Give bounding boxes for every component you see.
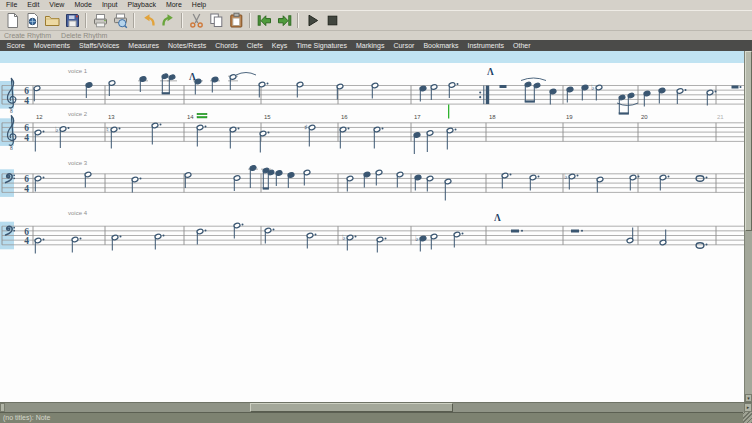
note[interactable] (248, 165, 258, 188)
note[interactable] (444, 178, 451, 200)
note[interactable]: ♯ (304, 123, 316, 146)
note[interactable] (581, 84, 588, 100)
note[interactable] (275, 170, 282, 186)
cmdmenu-notes-rests[interactable]: Notes/Rests (164, 40, 211, 51)
note[interactable] (413, 132, 420, 154)
note[interactable] (138, 76, 148, 92)
note[interactable] (287, 172, 294, 188)
note[interactable] (571, 230, 583, 233)
menu-file[interactable]: File (1, 0, 22, 10)
note[interactable] (658, 87, 665, 103)
note[interactable] (696, 243, 707, 248)
open-folder-button[interactable] (42, 11, 62, 30)
cmdmenu-staffs-voices[interactable]: Staffs/Voices (74, 40, 123, 51)
cmdmenu-other[interactable]: Other (509, 40, 536, 51)
cmdmenu-keys[interactable]: Keys (267, 40, 292, 51)
note[interactable] (34, 237, 44, 253)
note[interactable] (500, 85, 507, 88)
note[interactable] (84, 171, 91, 187)
note[interactable]: ♭ (564, 172, 579, 189)
note[interactable] (426, 130, 433, 152)
note[interactable] (659, 230, 666, 246)
resize-grip[interactable] (743, 412, 752, 423)
menu-input[interactable]: Input (97, 0, 123, 10)
note[interactable] (596, 176, 603, 192)
cut-button[interactable] (186, 11, 206, 30)
note[interactable] (706, 89, 716, 105)
menu-more[interactable]: More (161, 0, 187, 10)
note[interactable] (732, 86, 742, 89)
redo-button[interactable] (158, 11, 178, 30)
note[interactable] (111, 234, 121, 250)
staff-voice-4[interactable]: 64voice 4♭♭ (0, 210, 744, 254)
beamed-note-pair[interactable] (618, 92, 634, 114)
note[interactable] (184, 172, 191, 188)
note[interactable] (196, 228, 206, 244)
note[interactable] (363, 171, 370, 187)
staff-voice-3[interactable]: 64voice 3♭ (0, 160, 744, 201)
note[interactable] (511, 230, 523, 233)
play-button[interactable] (302, 11, 322, 30)
scroll-right-arrow-icon[interactable]: ▸ (744, 403, 752, 412)
cmdmenu-markings[interactable]: Markings (352, 40, 389, 51)
cmdmenu-chords[interactable]: Chords (211, 40, 243, 51)
delete-rhythm-button[interactable]: Delete Rhythm (61, 32, 107, 39)
menu-mode[interactable]: Mode (69, 0, 97, 10)
vertical-scrollbar[interactable]: ▾ (744, 51, 752, 402)
note[interactable] (676, 88, 686, 104)
staff-voice-1[interactable]: 864voice 1♭ (0, 68, 744, 115)
menu-edit[interactable]: Edit (22, 0, 44, 10)
note[interactable] (336, 83, 343, 99)
menu-help[interactable]: Help (187, 0, 211, 10)
go-back-button[interactable] (254, 11, 274, 30)
note[interactable] (33, 85, 40, 101)
note[interactable] (396, 171, 403, 187)
copy-button[interactable] (206, 11, 226, 30)
menu-view[interactable]: View (44, 0, 69, 10)
horizontal-scrollbar-thumb[interactable] (250, 403, 453, 412)
cmdmenu-measures[interactable]: Measures (124, 40, 164, 51)
score-canvas[interactable]: 864voice 1♭864voice 2♭♮♯64voice 3♭64voic… (0, 51, 752, 402)
note[interactable] (430, 233, 437, 249)
go-forward-button[interactable] (274, 11, 294, 30)
note[interactable] (228, 74, 238, 90)
cmdmenu-instruments[interactable]: Instruments (463, 40, 509, 51)
beamed-note-pair[interactable] (160, 73, 177, 94)
note[interactable] (131, 176, 141, 192)
cmdmenu-clefs[interactable]: Clefs (242, 40, 267, 51)
cmdmenu-bookmarks[interactable]: Bookmarks (419, 40, 463, 51)
vertical-scrollbar-thumb[interactable] (745, 51, 752, 231)
open-button[interactable] (22, 11, 42, 30)
note[interactable] (501, 172, 511, 188)
note[interactable] (229, 126, 239, 148)
note[interactable] (549, 88, 556, 104)
note[interactable]: ♭ (415, 234, 427, 251)
undo-button[interactable] (138, 11, 158, 30)
note[interactable] (108, 80, 115, 96)
cmdmenu-cursor[interactable]: Cursor (389, 40, 419, 51)
note[interactable]: ♭ (591, 83, 603, 100)
print-preview-button[interactable] (110, 11, 130, 30)
print-button[interactable] (90, 11, 110, 30)
note[interactable] (34, 129, 44, 151)
note[interactable] (446, 127, 456, 149)
note[interactable] (233, 222, 243, 238)
note[interactable] (339, 126, 349, 148)
section-marker[interactable]: Λ (494, 213, 501, 223)
menu-playback[interactable]: Playback (122, 0, 160, 10)
create-rhythm-button[interactable]: Create Rhythm (4, 32, 51, 39)
save-button[interactable] (62, 11, 82, 30)
paste-button[interactable] (226, 11, 246, 30)
cmdmenu-time-signatures[interactable]: Time Signatures (292, 40, 352, 51)
horizontal-scrollbar[interactable]: ▸ (0, 402, 752, 412)
note[interactable] (154, 233, 164, 249)
note[interactable] (373, 126, 383, 148)
section-marker[interactable]: Λ (487, 67, 494, 77)
cmdmenu-movements[interactable]: Movements (29, 40, 74, 51)
note[interactable] (430, 84, 437, 100)
cmdmenu-score[interactable]: Score (2, 40, 29, 51)
scroll-down-arrow-icon[interactable]: ▾ (745, 394, 752, 402)
stop-button[interactable] (322, 11, 342, 30)
section-marker[interactable]: Λ (189, 72, 196, 82)
scroll-left-arrow-icon[interactable] (0, 403, 5, 412)
